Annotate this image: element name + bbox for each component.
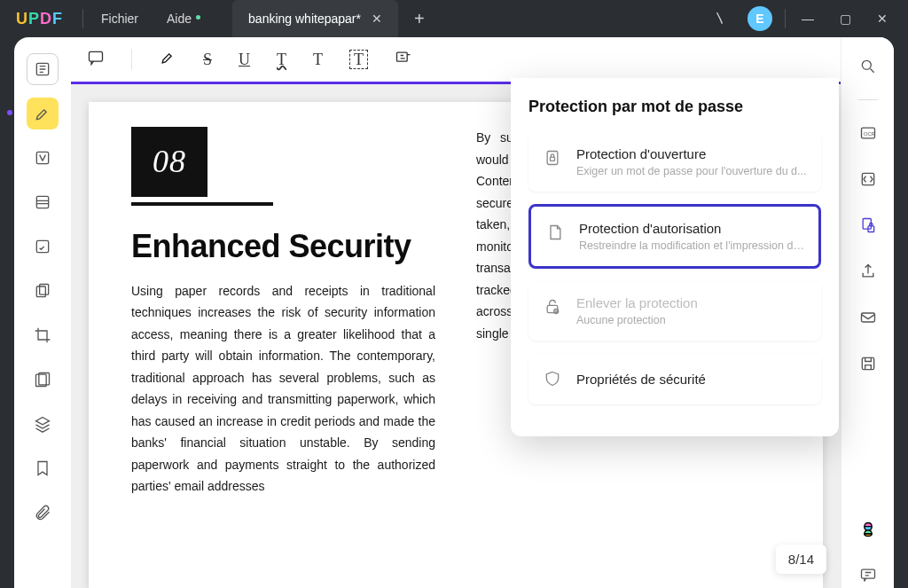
lock-document-icon bbox=[541, 146, 564, 169]
textbox-icon[interactable]: T bbox=[349, 51, 368, 69]
option-security-properties[interactable]: Propriétés de sécurité bbox=[528, 353, 821, 404]
option-permission-protection[interactable]: Protection d'autorisation Restreindre la… bbox=[528, 204, 821, 269]
left-sidebar bbox=[14, 37, 71, 588]
ai-assistant-icon[interactable] bbox=[856, 517, 881, 542]
ocr-icon[interactable]: OCR bbox=[855, 120, 881, 146]
option-sub: Aucune protection bbox=[576, 314, 698, 326]
restrict-document-icon bbox=[544, 221, 567, 244]
svg-rect-1 bbox=[36, 152, 48, 163]
chevron-down-icon[interactable]: 〵 bbox=[701, 12, 739, 26]
underline-bar bbox=[131, 202, 273, 206]
app-logo: UPDF bbox=[0, 10, 79, 28]
separator bbox=[785, 9, 786, 28]
squiggly-icon[interactable]: T bbox=[277, 51, 286, 69]
svg-rect-18 bbox=[861, 569, 874, 578]
feedback-icon[interactable] bbox=[855, 561, 881, 588]
svg-rect-17 bbox=[862, 357, 873, 369]
option-label: Protection d'ouverture bbox=[576, 146, 806, 161]
annotation-toolbar: S U T T T bbox=[71, 37, 841, 82]
svg-rect-3 bbox=[36, 240, 48, 252]
separator bbox=[82, 9, 83, 28]
comment-icon[interactable] bbox=[87, 49, 105, 71]
notification-dot-icon bbox=[196, 15, 200, 20]
menu-help[interactable]: Aide bbox=[153, 12, 206, 26]
option-label: Enlever la protection bbox=[576, 295, 698, 310]
svg-rect-20 bbox=[551, 157, 555, 161]
reader-mode-icon[interactable] bbox=[27, 53, 59, 85]
page-layout-icon[interactable] bbox=[27, 186, 59, 218]
layers-icon[interactable] bbox=[27, 408, 59, 440]
option-label: Propriétés de sécurité bbox=[576, 372, 706, 387]
svg-rect-4 bbox=[36, 286, 45, 297]
email-icon[interactable] bbox=[855, 304, 881, 331]
page-indicator[interactable]: 8/14 bbox=[776, 545, 826, 574]
protect-icon[interactable] bbox=[855, 212, 881, 239]
highlighter-tool-icon[interactable] bbox=[27, 98, 59, 129]
titlebar: UPDF Fichier Aide banking whitepapar* ✕ … bbox=[0, 0, 908, 37]
window-maximize-button[interactable]: ▢ bbox=[826, 0, 864, 37]
bookmark-icon[interactable] bbox=[27, 452, 59, 484]
compress-icon[interactable] bbox=[27, 364, 59, 396]
edit-text-icon[interactable] bbox=[27, 142, 59, 174]
option-sub: Restreindre la modification et l'impress… bbox=[579, 239, 810, 252]
accent-dot-icon bbox=[7, 110, 12, 115]
svg-text:OCR: OCR bbox=[864, 131, 875, 137]
attachment-icon[interactable] bbox=[27, 497, 59, 529]
window-minimize-button[interactable]: — bbox=[789, 0, 826, 37]
convert-icon[interactable] bbox=[855, 166, 881, 192]
option-remove-protection[interactable]: Enlever la protection Aucune protection bbox=[528, 281, 821, 341]
right-sidebar: OCR bbox=[841, 37, 894, 588]
svg-point-10 bbox=[862, 60, 871, 69]
svg-rect-8 bbox=[90, 51, 103, 61]
body-text-col1: Using paper records and receipts in trad… bbox=[131, 280, 435, 498]
tab-close-icon[interactable]: ✕ bbox=[372, 12, 382, 26]
separator bbox=[131, 49, 132, 70]
new-tab-button[interactable]: + bbox=[398, 9, 441, 29]
highlight-color-icon[interactable] bbox=[159, 49, 176, 71]
section-heading: Enhanced Security bbox=[131, 229, 435, 264]
window-close-button[interactable]: ✕ bbox=[864, 0, 901, 37]
panel-title: Protection par mot de passe bbox=[528, 98, 821, 116]
tab-title: banking whitepapar* bbox=[248, 12, 361, 26]
menu-file[interactable]: Fichier bbox=[87, 12, 153, 26]
search-icon[interactable] bbox=[855, 53, 881, 80]
unlock-icon bbox=[541, 295, 564, 318]
separator bbox=[858, 99, 878, 100]
text-tool-icon[interactable]: T bbox=[313, 51, 323, 69]
document-tab[interactable]: banking whitepapar* ✕ bbox=[232, 0, 398, 37]
workspace: S U T T T 08 Enhanced Security Using pap… bbox=[14, 37, 894, 588]
shield-icon bbox=[541, 367, 564, 390]
crop-icon[interactable] bbox=[27, 319, 59, 351]
option-open-protection[interactable]: Protection d'ouverture Exiger un mot de … bbox=[528, 132, 821, 192]
underline-icon[interactable]: U bbox=[239, 51, 250, 69]
option-sub: Exiger un mot de passe pour l'ouverture … bbox=[576, 165, 806, 177]
password-protection-panel: Protection par mot de passe Protection d… bbox=[511, 78, 839, 436]
svg-rect-19 bbox=[547, 152, 558, 165]
section-number: 08 bbox=[131, 127, 207, 197]
svg-rect-5 bbox=[40, 285, 49, 295]
user-avatar[interactable]: E bbox=[748, 6, 772, 31]
svg-rect-2 bbox=[36, 196, 48, 208]
option-label: Protection d'autorisation bbox=[579, 221, 810, 236]
form-fill-icon[interactable] bbox=[27, 231, 59, 263]
menu-help-label: Aide bbox=[167, 12, 192, 26]
strikethrough-icon[interactable]: S bbox=[203, 51, 212, 69]
organize-pages-icon[interactable] bbox=[27, 275, 59, 307]
share-icon[interactable] bbox=[855, 258, 881, 285]
callout-icon[interactable] bbox=[395, 49, 412, 71]
svg-rect-9 bbox=[397, 52, 408, 61]
svg-rect-16 bbox=[861, 313, 874, 322]
save-icon[interactable] bbox=[855, 350, 881, 377]
